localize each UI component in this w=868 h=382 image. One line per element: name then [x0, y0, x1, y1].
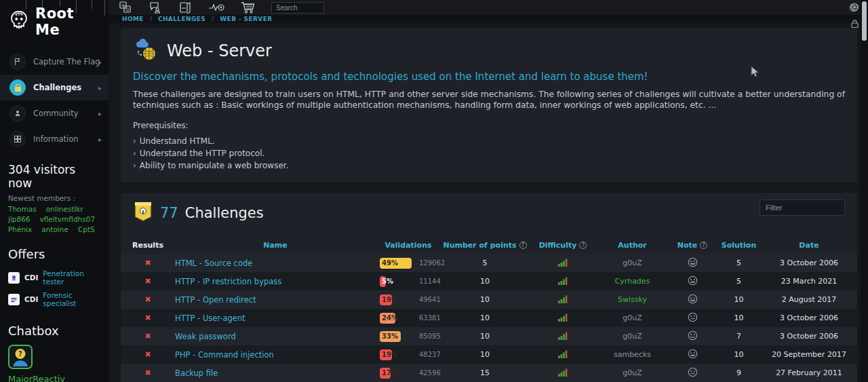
breadcrumb-current[interactable]: WEB - SERVER — [220, 16, 272, 22]
note-smiley-icon — [688, 294, 698, 304]
validation-percent: 33% — [382, 332, 398, 340]
challenge-link[interactable]: HTTP - Open redirect — [175, 295, 256, 305]
sidebar-item-challenges[interactable]: Challenges ▸ — [0, 75, 108, 100]
help-icon[interactable]: ? — [579, 242, 587, 249]
help-icon[interactable]: ? — [700, 242, 707, 249]
breadcrumb-home[interactable]: HOME — [122, 16, 144, 22]
svg-text:Q: Q — [125, 7, 129, 12]
challenge-link[interactable]: HTTP - User-agent — [175, 313, 245, 323]
lock-icon[interactable] — [850, 18, 859, 31]
chatbox-title: Chatbox — [0, 310, 108, 343]
offer-link[interactable]: Penetration tester — [43, 269, 100, 286]
forum-icon[interactable] — [148, 0, 163, 15]
column-points[interactable]: Number of points? — [441, 241, 529, 250]
member-link[interactable]: vfleltvmfldhs07 — [40, 215, 96, 223]
page-subtitle: Discover the mechanisms, protocols and t… — [133, 71, 845, 83]
member-link[interactable]: Thomas — [8, 205, 37, 213]
table-row: ✖ HTTP - IP restriction bypass 5% 11144 … — [121, 272, 857, 290]
offer-logo-icon — [8, 294, 20, 305]
author-link[interactable]: sambecks — [597, 350, 668, 359]
avatar[interactable]: ? — [8, 359, 33, 372]
help-icon[interactable]: ? — [519, 242, 527, 249]
solution-cell: 7 — [717, 332, 761, 341]
validation-percent: 19% — [382, 296, 398, 303]
docs-icon[interactable]: AQ — [118, 0, 133, 15]
chat-username[interactable]: MajorReactiv — [8, 374, 100, 382]
column-validations[interactable]: Validations — [376, 241, 441, 250]
date-cell: 3 October 2006 — [761, 259, 857, 267]
column-note[interactable]: Note? — [668, 241, 717, 250]
column-results[interactable]: Results — [121, 241, 175, 250]
author-link[interactable]: Cyrhades — [597, 277, 668, 286]
column-name[interactable]: Name — [175, 241, 376, 250]
cart-icon[interactable] — [240, 0, 256, 15]
logo[interactable]: Root Me — [0, 0, 108, 45]
not-solved-icon: ✖ — [144, 368, 151, 377]
note-smiley-icon — [688, 349, 698, 359]
difficulty-cell — [529, 331, 597, 342]
validation-count: 63381 — [419, 314, 441, 322]
challenge-link[interactable]: HTTP - IP restriction bypass — [175, 277, 281, 286]
table-row: ✖ Weak password 33% 85095 10 g0uZ 7 3 Oc… — [121, 327, 857, 345]
offer-contract-type: CDI — [24, 273, 38, 282]
chatbox: ? MajorReactiv 2 September 2022 at 13:21… — [0, 343, 108, 382]
challenge-link[interactable]: PHP - Command injection — [175, 350, 274, 360]
challenge-link[interactable]: Backup file — [175, 368, 218, 378]
member-link[interactable]: Phénix — [8, 225, 32, 233]
author-link[interactable]: g0uZ — [597, 368, 668, 377]
svg-text:A: A — [121, 3, 125, 7]
member-link[interactable]: antoine — [41, 225, 68, 233]
notes-icon[interactable] — [178, 0, 193, 15]
category-intro-panel: Web - Server Discover the mechanisms, pr… — [121, 28, 857, 183]
validation-percent: 19% — [382, 351, 398, 358]
grid-icon — [9, 131, 26, 147]
date-cell: 3 October 2006 — [761, 313, 857, 322]
author-link[interactable]: g0uZ — [597, 313, 668, 322]
note-cell — [668, 330, 717, 343]
column-date[interactable]: Date — [761, 241, 857, 250]
note-cell — [668, 294, 717, 306]
offer-link[interactable]: Forensic specialist — [43, 291, 100, 307]
note-cell — [668, 257, 717, 269]
sidebar-item-label: Community — [33, 109, 79, 118]
sidebar-item-capture-the-flag[interactable]: Capture The Flag ▸ — [0, 49, 108, 75]
column-author[interactable]: Author — [597, 241, 668, 250]
challenge-link[interactable]: Weak password — [175, 332, 236, 341]
sidebar-item-community[interactable]: Community ▸ — [0, 100, 108, 126]
validations-cell: 5% 11144 — [376, 276, 441, 287]
prerequisite-item: ›Understand the HTTP protocol. — [133, 147, 845, 159]
column-solution[interactable]: Solution — [717, 241, 761, 250]
root-me-app: Root Me Capture The Flag ▸ Challenges ▸ … — [0, 0, 868, 382]
note-cell — [668, 367, 717, 379]
column-difficulty[interactable]: Difficulty? — [529, 241, 597, 250]
member-link[interactable]: jlp866 — [8, 215, 31, 223]
not-solved-icon: ✖ — [144, 295, 151, 304]
activity-icon[interactable] — [208, 0, 225, 15]
filter-input[interactable] — [760, 199, 845, 216]
author-link[interactable]: Swissky — [597, 295, 668, 304]
points-cell: 10 — [441, 295, 529, 304]
topbar: AQ — [108, 0, 868, 15]
validation-percent: 49% — [382, 259, 398, 267]
author-link[interactable]: g0uZ — [597, 332, 668, 341]
validation-count: 85095 — [419, 332, 441, 340]
note-cell — [668, 275, 717, 288]
member-link[interactable]: onlinestlkr — [46, 205, 83, 213]
newest-members-list: Thomas onlinestlkr jlp866 vfleltvmfldhs0… — [0, 205, 108, 233]
prerequisite-item: ›Ability to manipulate a web browser. — [133, 159, 845, 172]
scrollbar-track[interactable] — [861, 0, 868, 382]
name-cell: PHP - Command injection — [175, 350, 376, 360]
breadcrumb: HOME / CHALLENGES / WEB - SERVER — [108, 15, 868, 23]
challenge-link[interactable]: HTML - Source code — [175, 259, 252, 268]
sidebar-item-information[interactable]: Information ▸ — [0, 126, 108, 152]
member-link[interactable]: CptS — [78, 225, 95, 233]
target-icon[interactable] — [850, 1, 859, 14]
result-cell: ✖ — [121, 368, 175, 377]
scrollbar-thumb[interactable] — [862, 1, 867, 41]
chevron-right-icon: ▸ — [98, 58, 102, 66]
web-server-category-icon — [133, 37, 159, 65]
points-cell: 10 — [441, 332, 529, 341]
search-input[interactable] — [271, 2, 324, 14]
author-link[interactable]: g0uZ — [597, 259, 668, 267]
breadcrumb-challenges[interactable]: CHALLENGES — [158, 16, 205, 22]
